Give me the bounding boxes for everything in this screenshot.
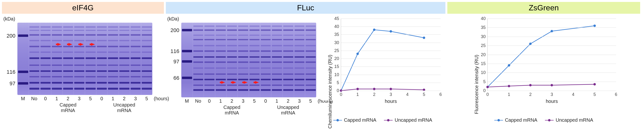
arrow-icon bbox=[57, 43, 61, 46]
y-tick-label: 15 bbox=[481, 61, 488, 66]
lane-label: 0 bbox=[40, 96, 51, 102]
mw-marker-label: 116 bbox=[6, 69, 16, 75]
gel-lane bbox=[271, 23, 282, 97]
y-tick-label: 25 bbox=[481, 43, 488, 48]
arrow-icon bbox=[232, 81, 236, 84]
chart-data-point bbox=[594, 83, 596, 86]
lane-label: 0 bbox=[204, 98, 215, 104]
group-label-uncapped: UncappedmRNA bbox=[274, 104, 302, 116]
lane-label: 2 bbox=[118, 96, 130, 102]
mw-marker-label: 116 bbox=[170, 48, 179, 54]
y-axis-title: Fluorescence intensity (RU) bbox=[474, 55, 480, 114]
y-tick-label: 5 bbox=[337, 80, 341, 85]
gel-lane bbox=[17, 23, 29, 95]
x-tick-label: 3 bbox=[390, 90, 392, 97]
x-tick-label: 3 bbox=[550, 90, 553, 97]
lane-label: 5 bbox=[305, 98, 316, 104]
panel-zsgreen: ZsGreen 05101520253035400123456Fluoresce… bbox=[447, 2, 640, 138]
lane-label: No bbox=[29, 96, 40, 102]
arrow-icon bbox=[221, 81, 225, 84]
lane-label: M bbox=[17, 96, 29, 102]
chart-data-point bbox=[529, 43, 532, 45]
panel-body-eif4g: (kDa) 20011697 MNo0123501235(hours)Cappe… bbox=[2, 14, 164, 118]
gel-lane bbox=[249, 23, 260, 97]
gel-lane bbox=[107, 23, 118, 95]
lane-label: 3 bbox=[238, 98, 249, 104]
x-tick-label: 5 bbox=[423, 90, 425, 97]
gel-lane bbox=[29, 23, 40, 95]
lane-labels-fluc: MNo0123501235(hours)CappedmRNAUncappedmR… bbox=[181, 98, 316, 120]
arrow-icon bbox=[244, 81, 248, 84]
y-tick-label: 45 bbox=[334, 16, 341, 21]
arrow-icon bbox=[255, 81, 259, 84]
lane-label: 3 bbox=[294, 98, 305, 104]
mw-column-fluc: 2001169766 bbox=[166, 23, 181, 97]
x-axis-title: hours bbox=[385, 98, 397, 104]
gel-lane bbox=[40, 23, 51, 95]
x-tick-label: 0 bbox=[486, 90, 489, 97]
arrow-icon bbox=[91, 43, 95, 46]
y-tick-label: 35 bbox=[481, 25, 488, 30]
arrow-icon bbox=[80, 43, 84, 46]
x-tick-label: 1 bbox=[356, 90, 359, 97]
gel-lane bbox=[204, 23, 215, 97]
chart-plot-zsgreen: 05101520253035400123456Fluorescence inte… bbox=[487, 18, 616, 91]
gel-lane bbox=[305, 23, 316, 97]
gel-lane bbox=[282, 23, 294, 97]
lane-label: 0 bbox=[96, 96, 108, 102]
chart-data-point bbox=[594, 24, 596, 27]
gel-image-fluc bbox=[181, 23, 316, 97]
gel-lane bbox=[118, 23, 130, 95]
gel-lane bbox=[96, 23, 108, 95]
legend-item-capped-zs: Capped mRNA bbox=[494, 117, 538, 123]
y-tick-label: 30 bbox=[334, 40, 341, 45]
gel-lane bbox=[74, 23, 85, 95]
x-tick-label: 5 bbox=[594, 90, 596, 97]
lane-label: 2 bbox=[226, 98, 238, 104]
y-tick-label: 15 bbox=[334, 64, 341, 69]
gel-wrap-eif4g: (kDa) 20011697 MNo0123501235(hours)Cappe… bbox=[2, 16, 152, 118]
x-tick-label: 2 bbox=[529, 90, 532, 97]
chart-data-point bbox=[356, 52, 359, 55]
lane-label: 2 bbox=[62, 96, 74, 102]
y-tick-label: 20 bbox=[481, 52, 488, 57]
chart-series-line bbox=[488, 26, 594, 87]
x-tick-label: 4 bbox=[572, 90, 574, 97]
lane-label: 1 bbox=[107, 96, 118, 102]
chart-series-line bbox=[488, 84, 594, 87]
chart-data-point bbox=[373, 88, 376, 90]
y-tick-label: 35 bbox=[334, 32, 341, 37]
legend-label-uncapped: Uncapped mRNA bbox=[394, 117, 432, 123]
chart-data-point bbox=[390, 30, 392, 32]
lane-label: 1 bbox=[215, 98, 226, 104]
gel-lane bbox=[85, 23, 96, 95]
x-tick-label: 6 bbox=[615, 90, 617, 97]
gel-lane bbox=[62, 23, 74, 95]
y-tick-label: 5 bbox=[483, 79, 488, 84]
y-tick-label: 10 bbox=[334, 72, 341, 77]
mw-marker-label: 97 bbox=[10, 80, 16, 87]
lane-label: 1 bbox=[271, 98, 282, 104]
lane-label: No bbox=[192, 98, 204, 104]
chart-series-line bbox=[341, 30, 424, 90]
panel-body-fluc: (kDa) 2001169766 MNo0123501235(hours)Cap… bbox=[166, 14, 446, 123]
panel-title-zsgreen: ZsGreen bbox=[447, 2, 640, 14]
y-tick-label: 10 bbox=[481, 70, 488, 75]
mw-marker-label: 200 bbox=[6, 33, 16, 39]
x-tick-label: 6 bbox=[440, 90, 442, 97]
lane-label: 0 bbox=[260, 98, 272, 104]
panel-title-fluc: FLuc bbox=[166, 2, 446, 14]
gel-lane bbox=[192, 23, 204, 97]
chart-zsgreen: 05101520253035400123456Fluorescence inte… bbox=[469, 16, 618, 100]
units-label-fluc: (kDa) bbox=[167, 16, 316, 22]
y-tick-label: 20 bbox=[334, 56, 341, 61]
x-tick-label: 1 bbox=[508, 90, 510, 97]
lane-labels-eif4g: MNo0123501235(hours)CappedmRNAUncappedmR… bbox=[17, 96, 152, 118]
group-label-uncapped: UncappedmRNA bbox=[110, 102, 138, 113]
legend-item-capped: Capped mRNA bbox=[333, 117, 376, 123]
mw-marker-label: 97 bbox=[174, 58, 179, 65]
arrow-icon bbox=[68, 43, 72, 46]
chart-data-point bbox=[508, 64, 510, 66]
group-label-capped: CappedmRNA bbox=[54, 102, 82, 113]
lane-label: 2 bbox=[282, 98, 294, 104]
